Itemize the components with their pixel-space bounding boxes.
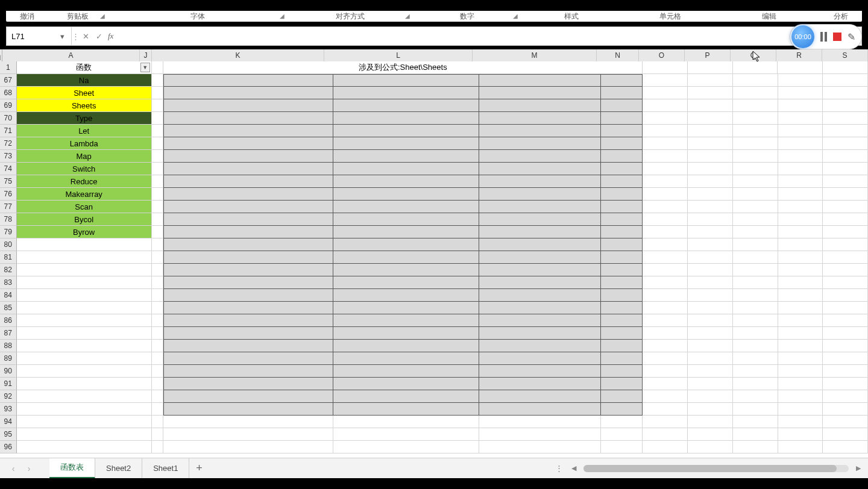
cell[interactable]	[163, 340, 333, 352]
cell[interactable]	[479, 99, 602, 112]
pause-icon[interactable]	[820, 32, 827, 42]
cell[interactable]	[601, 289, 643, 302]
cell[interactable]	[479, 213, 602, 226]
cell[interactable]	[823, 314, 868, 327]
cell[interactable]	[152, 302, 164, 314]
cell[interactable]	[152, 61, 164, 74]
cell[interactable]	[163, 87, 333, 99]
column-header[interactable]: K	[152, 49, 324, 61]
cell[interactable]	[333, 390, 479, 403]
cell[interactable]	[601, 314, 643, 327]
row-header[interactable]: 72	[0, 137, 17, 150]
cell[interactable]	[688, 314, 733, 327]
cell-merged-header[interactable]: 涉及到公式:Sheet\Sheets	[163, 61, 643, 74]
cell[interactable]	[152, 125, 164, 137]
row-header[interactable]: 74	[0, 163, 17, 175]
cell[interactable]	[333, 403, 479, 416]
cell[interactable]	[601, 238, 643, 251]
cell[interactable]	[643, 175, 688, 188]
cell[interactable]	[778, 125, 823, 137]
cell[interactable]	[688, 163, 733, 175]
row-header[interactable]: 73	[0, 150, 17, 163]
cell[interactable]	[643, 416, 688, 428]
cell[interactable]	[601, 390, 643, 403]
row-header[interactable]: 90	[0, 365, 17, 378]
name-box[interactable]: L71 ▾	[7, 27, 72, 45]
cell[interactable]	[163, 125, 333, 137]
cell-header-a[interactable]: 函数▼	[17, 61, 152, 74]
cell[interactable]: Sheets	[17, 99, 152, 112]
cell[interactable]	[733, 125, 778, 137]
cell[interactable]	[643, 125, 688, 137]
cell[interactable]	[643, 390, 688, 403]
cell[interactable]	[733, 175, 778, 188]
cell[interactable]	[333, 99, 479, 112]
cell[interactable]	[733, 226, 778, 238]
cell[interactable]	[643, 213, 688, 226]
cell[interactable]	[152, 403, 164, 416]
row-header[interactable]: 88	[0, 340, 17, 352]
tabs-menu-icon[interactable]: ⋮	[555, 464, 564, 473]
cell[interactable]	[479, 125, 602, 137]
row-header[interactable]: 78	[0, 213, 17, 226]
cell[interactable]: Reduce	[17, 175, 152, 188]
column-header[interactable]: N	[597, 49, 639, 61]
cell[interactable]	[17, 441, 152, 453]
cell[interactable]	[778, 188, 823, 201]
cell[interactable]	[823, 428, 868, 441]
cell[interactable]	[688, 416, 733, 428]
cell[interactable]	[778, 289, 823, 302]
cell[interactable]	[163, 314, 333, 327]
cell[interactable]	[688, 201, 733, 213]
cell[interactable]	[333, 112, 479, 125]
cell[interactable]	[823, 99, 868, 112]
column-header[interactable]: A	[2, 49, 140, 61]
cell[interactable]	[163, 264, 333, 276]
cell[interactable]	[601, 352, 643, 365]
cell[interactable]	[333, 314, 479, 327]
cell[interactable]	[778, 87, 823, 99]
cell[interactable]	[479, 441, 602, 453]
cell[interactable]	[643, 340, 688, 352]
cell[interactable]	[823, 175, 868, 188]
cell[interactable]	[333, 137, 479, 150]
cell[interactable]	[823, 87, 868, 99]
row-header[interactable]: 75	[0, 175, 17, 188]
cell[interactable]	[733, 99, 778, 112]
cell[interactable]	[733, 201, 778, 213]
cell[interactable]	[688, 125, 733, 137]
row-header[interactable]: 96	[0, 441, 17, 453]
cell[interactable]	[778, 213, 823, 226]
cell[interactable]	[778, 327, 823, 340]
cell[interactable]	[733, 163, 778, 175]
row-header[interactable]: 71	[0, 125, 17, 137]
cell[interactable]	[163, 238, 333, 251]
cell[interactable]	[643, 150, 688, 163]
cell[interactable]	[479, 378, 602, 390]
cell[interactable]	[17, 302, 152, 314]
cell[interactable]	[823, 416, 868, 428]
cell[interactable]	[778, 441, 823, 453]
cell[interactable]	[333, 125, 479, 137]
cell[interactable]: Bycol	[17, 213, 152, 226]
cell[interactable]	[823, 302, 868, 314]
cell[interactable]	[163, 150, 333, 163]
cell[interactable]	[733, 87, 778, 99]
sheet-tab[interactable]: 函数表	[49, 458, 95, 479]
cell[interactable]	[163, 201, 333, 213]
cell[interactable]	[778, 416, 823, 428]
cell[interactable]	[601, 175, 643, 188]
row-header[interactable]: 67	[0, 74, 17, 87]
cell[interactable]	[643, 314, 688, 327]
cell[interactable]	[163, 226, 333, 238]
cell[interactable]	[152, 201, 164, 213]
cell[interactable]	[333, 238, 479, 251]
cell[interactable]	[152, 314, 164, 327]
cell[interactable]	[733, 112, 778, 125]
cell[interactable]	[688, 61, 733, 74]
row-header[interactable]: 76	[0, 188, 17, 201]
cell[interactable]	[17, 276, 152, 289]
filter-dropdown-icon[interactable]: ▼	[140, 63, 150, 72]
cell[interactable]	[643, 238, 688, 251]
cell[interactable]	[479, 74, 602, 87]
